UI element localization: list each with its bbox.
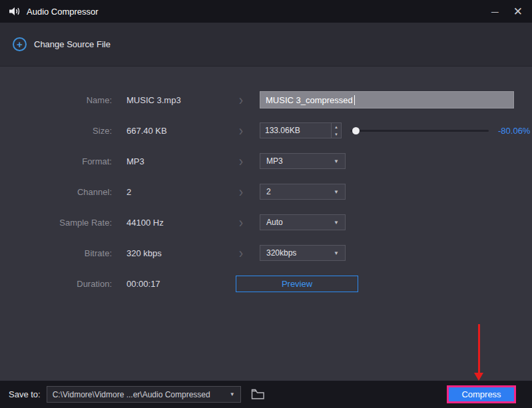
name-input-value: MUSIC 3_compressed bbox=[266, 95, 353, 105]
sample-rate-selected-value: Auto bbox=[266, 218, 283, 227]
size-slider[interactable] bbox=[350, 122, 489, 138]
bitrate-select[interactable]: 320kbps ▼ bbox=[260, 245, 346, 261]
row-bitrate: Bitrate: 320 kbps › 320kbps ▼ bbox=[0, 238, 532, 268]
minimize-button[interactable]: ─ bbox=[491, 7, 499, 17]
name-original-value: MUSIC 3.mp3 bbox=[127, 95, 226, 105]
format-selected-value: MP3 bbox=[266, 156, 283, 166]
size-original-value: 667.40 KB bbox=[127, 126, 226, 136]
chevron-down-icon: ▼ bbox=[334, 189, 339, 195]
browse-folder-button[interactable] bbox=[251, 389, 265, 400]
channel-original-value: 2 bbox=[127, 187, 226, 197]
plus-circle-icon[interactable]: + bbox=[13, 37, 27, 51]
name-input[interactable]: MUSIC 3_compressed bbox=[260, 91, 514, 108]
window-title: Audio Compressor bbox=[27, 7, 99, 17]
row-name: Name: MUSIC 3.mp3 › MUSIC 3_compressed bbox=[0, 85, 532, 115]
format-select[interactable]: MP3 ▼ bbox=[260, 153, 346, 169]
sample-rate-original-value: 44100 Hz bbox=[127, 218, 226, 228]
chevron-right-icon: › bbox=[226, 154, 256, 169]
footer-bar: Save to: C:\Vidmore\Vidmore ...er\Audio … bbox=[0, 381, 532, 408]
chevron-right-icon: › bbox=[226, 184, 256, 200]
channel-selected-value: 2 bbox=[266, 187, 271, 196]
main-panel: Name: MUSIC 3.mp3 › MUSIC 3_compressed S… bbox=[0, 67, 532, 381]
chevron-right-icon: › bbox=[226, 123, 256, 138]
titlebar: Audio Compressor ─ ✕ bbox=[0, 0, 532, 23]
compress-button[interactable]: Compress bbox=[447, 385, 516, 403]
format-label: Format: bbox=[0, 156, 112, 166]
audio-compressor-window: Audio Compressor ─ ✕ + Change Source Fil… bbox=[0, 0, 532, 408]
close-button[interactable]: ✕ bbox=[513, 6, 523, 17]
row-duration: Duration: 00:00:17 Preview bbox=[0, 268, 532, 299]
save-to-label: Save to: bbox=[9, 389, 41, 399]
channel-select[interactable]: 2 ▼ bbox=[260, 184, 346, 200]
chevron-right-icon: › bbox=[226, 215, 256, 230]
channel-label: Channel: bbox=[0, 187, 112, 197]
chevron-down-icon: ▼ bbox=[334, 220, 339, 226]
spin-down-button[interactable]: ▼ bbox=[332, 130, 341, 138]
header: + Change Source File bbox=[0, 23, 532, 67]
slider-handle[interactable] bbox=[352, 127, 360, 134]
bitrate-selected-value: 320kbps bbox=[266, 248, 296, 258]
row-channel: Channel: 2 › 2 ▼ bbox=[0, 176, 532, 207]
chevron-down-icon: ▼ bbox=[334, 250, 339, 256]
chevron-down-icon: ▼ bbox=[334, 158, 339, 164]
spin-up-button[interactable]: ▲ bbox=[332, 123, 341, 130]
folder-icon bbox=[251, 389, 265, 400]
speaker-icon bbox=[9, 7, 21, 16]
size-spinner-buttons: ▲ ▼ bbox=[331, 123, 341, 138]
preview-button[interactable]: Preview bbox=[236, 276, 358, 292]
save-path-select[interactable]: C:\Vidmore\Vidmore ...er\Audio Compresse… bbox=[47, 386, 241, 403]
window-controls: ─ ✕ bbox=[491, 6, 523, 17]
chevron-down-icon: ▼ bbox=[230, 391, 235, 397]
format-original-value: MP3 bbox=[127, 156, 226, 166]
size-reduction-percent: -80.06% bbox=[498, 126, 530, 136]
duration-label: Duration: bbox=[0, 279, 112, 289]
text-caret bbox=[354, 95, 355, 105]
bitrate-label: Bitrate: bbox=[0, 248, 112, 258]
size-spinner-value: 133.06KB bbox=[260, 123, 331, 138]
row-sample-rate: Sample Rate: 44100 Hz › Auto ▼ bbox=[0, 207, 532, 238]
bitrate-original-value: 320 kbps bbox=[127, 248, 226, 258]
change-source-file-button[interactable]: Change Source File bbox=[34, 39, 111, 49]
slider-track[interactable] bbox=[350, 130, 489, 132]
chevron-right-icon: › bbox=[226, 246, 256, 261]
sample-rate-select[interactable]: Auto ▼ bbox=[260, 214, 346, 230]
save-path-value: C:\Vidmore\Vidmore ...er\Audio Compresse… bbox=[53, 390, 210, 399]
name-label: Name: bbox=[0, 95, 112, 105]
row-format: Format: MP3 › MP3 ▼ bbox=[0, 146, 532, 176]
duration-value: 00:00:17 bbox=[127, 279, 226, 289]
size-spinner[interactable]: 133.06KB ▲ ▼ bbox=[260, 122, 342, 138]
size-label: Size: bbox=[0, 126, 112, 136]
sample-rate-label: Sample Rate: bbox=[0, 218, 112, 228]
row-size: Size: 667.40 KB › 133.06KB ▲ ▼ -80.06% bbox=[0, 115, 532, 146]
chevron-right-icon: › bbox=[226, 93, 256, 108]
